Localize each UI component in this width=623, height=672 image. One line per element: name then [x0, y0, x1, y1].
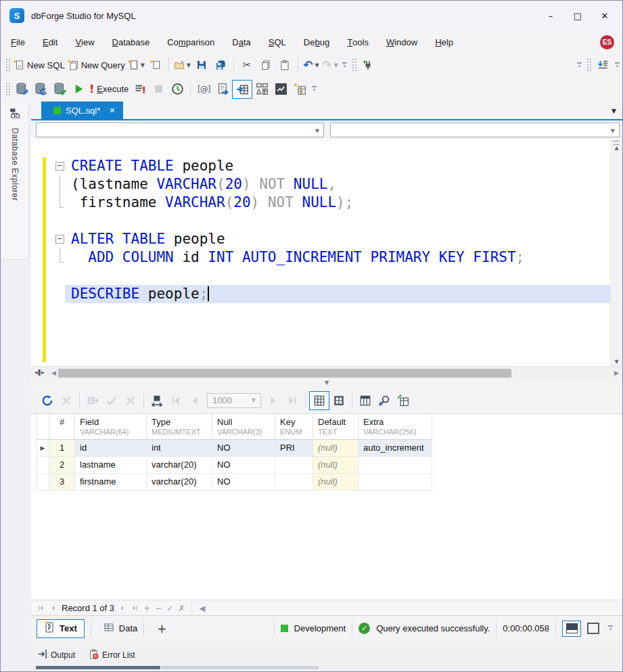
add-record-button[interactable]: +: [143, 604, 150, 612]
grid-column-header[interactable]: NullVARCHAR(3): [212, 414, 275, 440]
cancel-changes-icon[interactable]: [121, 392, 140, 409]
database-explorer-tab[interactable]: Database Explorer: [1, 103, 29, 260]
last-page-icon[interactable]: [283, 392, 302, 409]
fold-collapse-icon[interactable]: −: [55, 235, 64, 244]
scroll-down-icon[interactable]: ▼: [611, 359, 622, 365]
scroll-up-icon[interactable]: ▲: [611, 145, 622, 151]
grid-cell[interactable]: NO: [212, 474, 275, 491]
grid-column-header[interactable]: #: [49, 414, 75, 440]
grid-scroll-left-icon[interactable]: ◀: [199, 604, 205, 612]
execute-script-icon[interactable]: !: [130, 81, 149, 98]
menu-data[interactable]: Data: [223, 30, 259, 53]
card-view-icon[interactable]: [329, 392, 348, 409]
query-builder-icon[interactable]: [252, 81, 271, 98]
grid-cell[interactable]: NO: [212, 457, 275, 474]
grid-cell[interactable]: [275, 474, 313, 491]
apply-changes-icon[interactable]: [102, 392, 121, 409]
last-record-button[interactable]: [131, 604, 139, 612]
next-record-button[interactable]: [119, 604, 126, 612]
database-combo[interactable]: ▼: [330, 122, 620, 137]
menu-edit[interactable]: Edit: [34, 30, 66, 53]
execute-warning-icon[interactable]: !Execute: [88, 81, 130, 98]
sql-editor[interactable]: −CREATE TABLE people(lastname VARCHAR(20…: [31, 139, 622, 366]
panel-scrollbar-track[interactable]: [162, 666, 319, 669]
grid-cell[interactable]: (null): [313, 474, 359, 491]
menu-tools[interactable]: Tools: [338, 30, 377, 53]
query-plan-icon[interactable]: [213, 81, 232, 98]
save-icon[interactable]: [192, 56, 211, 74]
toolbar-overflow-icon[interactable]: ▾: [608, 625, 613, 631]
toolbar-drag-handle[interactable]: [586, 58, 591, 72]
grid-cell[interactable]: (null): [313, 440, 359, 457]
delete-record-button[interactable]: −: [155, 604, 162, 612]
table-row[interactable]: 2lastnamevarchar(20)NO(null): [36, 457, 432, 474]
play-icon[interactable]: [69, 81, 88, 98]
toolbar-overflow-icon[interactable]: ▾: [312, 86, 317, 92]
stop-icon[interactable]: [149, 81, 168, 98]
new-sql-icon[interactable]: New SQL: [12, 56, 66, 74]
profile-badge[interactable]: ES: [600, 35, 614, 49]
new-document-icon[interactable]: ▼: [126, 56, 146, 74]
toolbar-drag-handle[interactable]: [5, 58, 10, 72]
grid-cell[interactable]: lastname: [75, 457, 147, 474]
menu-debug[interactable]: Debug: [295, 30, 338, 53]
refresh-results-icon[interactable]: [38, 392, 57, 409]
commit-icon[interactable]: [83, 392, 102, 409]
app-icon[interactable]: S: [9, 8, 24, 23]
minimize-button[interactable]: –: [537, 5, 564, 26]
page-size-combo[interactable]: 1000▼: [207, 393, 261, 408]
table-row[interactable]: 3firstnamevarchar(20)NO(null): [36, 474, 432, 491]
close-button[interactable]: ✕: [591, 5, 618, 26]
menu-database[interactable]: Database: [103, 30, 159, 53]
menu-file[interactable]: File: [2, 30, 34, 53]
grid-cell[interactable]: varchar(20): [147, 474, 212, 491]
first-page-icon[interactable]: [166, 392, 185, 409]
menu-window[interactable]: Window: [377, 30, 426, 53]
column-visibility-icon[interactable]: [356, 392, 375, 409]
redo-icon[interactable]: ↷▼: [321, 56, 340, 74]
editor-vertical-scrollbar[interactable]: ▲ ▼: [610, 139, 622, 366]
view-tab-text[interactable]: Text: [37, 619, 85, 638]
check-connection-icon[interactable]: [50, 81, 69, 98]
first-record-button[interactable]: [37, 604, 45, 612]
connection-combo[interactable]: ▼: [36, 122, 324, 137]
layout-single-button[interactable]: [587, 623, 599, 634]
connect-icon[interactable]: [359, 56, 377, 74]
output-tab[interactable]: Output: [37, 649, 75, 661]
menu-help[interactable]: Help: [426, 30, 462, 53]
grid-column-header[interactable]: KeyENUM: [275, 414, 313, 440]
fit-columns-icon[interactable]: [147, 392, 166, 409]
view-tab-data[interactable]: Data: [103, 622, 137, 635]
history-icon[interactable]: [168, 81, 187, 98]
environment-label[interactable]: Development: [294, 623, 346, 633]
paste-icon[interactable]: [275, 56, 294, 74]
table-row[interactable]: ▶1idintNOPRI(null)auto_increment: [36, 440, 432, 457]
export-grid-icon[interactable]: [394, 392, 413, 409]
grid-cell[interactable]: int: [147, 440, 212, 457]
add-view-button[interactable]: +: [150, 622, 173, 635]
error-list-tab[interactable]: Error List: [89, 649, 135, 661]
grid-cell[interactable]: [359, 474, 432, 491]
new-query-icon[interactable]: New Query: [66, 56, 126, 74]
grid-cell[interactable]: [359, 457, 432, 474]
grid-column-header[interactable]: ExtraVARCHAR(256): [359, 414, 432, 440]
save-all-icon[interactable]: [211, 56, 230, 74]
cut-icon[interactable]: ✂: [237, 56, 256, 74]
grid-view-icon[interactable]: [309, 391, 329, 410]
refresh-connection-icon[interactable]: [31, 81, 50, 98]
grid-cell[interactable]: auto_increment: [359, 440, 432, 457]
menu-comparison[interactable]: Comparison: [158, 30, 223, 53]
grid-cell[interactable]: varchar(20): [147, 457, 212, 474]
maximize-button[interactable]: □: [564, 5, 591, 26]
grid-cell[interactable]: PRI: [275, 440, 313, 457]
next-page-icon[interactable]: [264, 392, 283, 409]
grid-column-header[interactable]: FieldVARCHAR(64): [75, 414, 147, 440]
scroll-left-icon[interactable]: ◀: [51, 369, 56, 376]
jump-to-icon[interactable]: [593, 56, 612, 74]
grid-cell[interactable]: firstname: [75, 474, 147, 491]
editor-horizontal-scrollbar[interactable]: ◂❚▸ ◀ ▶: [31, 366, 622, 380]
editor-results-splitter[interactable]: ▼: [31, 379, 622, 387]
scroll-right-icon[interactable]: ▶: [614, 369, 619, 376]
scrollbar-thumb[interactable]: [58, 369, 511, 378]
results-in-grid-icon[interactable]: [232, 80, 252, 99]
